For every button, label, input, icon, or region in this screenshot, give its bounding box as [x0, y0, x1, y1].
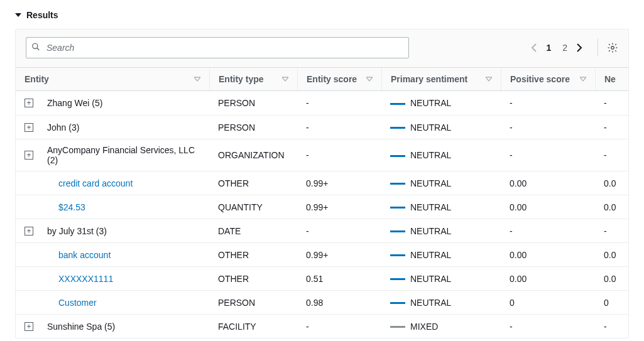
col-positive-label: Positive score — [510, 74, 570, 84]
cell-sentiment: NEUTRAL — [381, 197, 501, 218]
cell-score: - — [297, 117, 381, 138]
cell-sentiment: NEUTRAL — [381, 292, 501, 313]
cell-positive: - — [501, 316, 595, 337]
cell-type: OTHER — [209, 268, 297, 290]
search-wrap — [26, 37, 409, 58]
prev-page-button[interactable] — [531, 43, 537, 52]
sentiment-bar-icon — [390, 326, 405, 328]
table-row: $24.53QUANTITY0.99+NEUTRAL0.000.0 — [16, 195, 628, 219]
svg-point-0 — [33, 43, 38, 48]
col-entity[interactable]: Entity — [16, 68, 209, 90]
cell-sentiment: NEUTRAL — [381, 144, 501, 166]
expand-button[interactable]: + — [25, 99, 33, 107]
cell-entity: John (3) — [38, 117, 209, 138]
sentiment-bar-icon — [390, 127, 405, 129]
cell-negative: - — [595, 117, 625, 138]
col-score[interactable]: Entity score — [297, 68, 381, 90]
entity-link[interactable]: credit card account — [47, 178, 133, 188]
sentiment-text: MIXED — [410, 322, 438, 332]
toolbar: 1 2 — [16, 30, 628, 67]
table-row: credit card accountOTHER0.99+NEUTRAL0.00… — [16, 171, 628, 195]
expand-button[interactable]: + — [25, 322, 33, 331]
filter-icon — [366, 76, 373, 82]
cell-negative: 0.0 — [595, 268, 625, 290]
col-negative[interactable]: Ne — [595, 68, 625, 90]
table-row: +by July 31st (3)DATE-NEUTRAL-- — [16, 219, 628, 242]
cell-entity: $24.53 — [38, 197, 209, 218]
cell-type: PERSON — [209, 117, 297, 138]
entity-text: AnyCompany Financial Services, LLC (2) — [47, 145, 195, 165]
cell-positive: 0.00 — [501, 197, 595, 218]
svg-line-1 — [37, 48, 40, 50]
sentiment-text: NEUTRAL — [410, 250, 451, 260]
cell-sentiment: NEUTRAL — [381, 220, 501, 242]
entity-link[interactable]: $24.53 — [47, 202, 85, 212]
expand-button[interactable]: + — [25, 123, 33, 132]
pagination: 1 2 — [531, 41, 589, 54]
search-input[interactable] — [26, 37, 409, 58]
expand-cell: + — [16, 322, 38, 331]
filter-icon — [486, 76, 492, 82]
next-page-button[interactable] — [576, 43, 582, 52]
table-row: +John (3)PERSON-NEUTRAL-- — [16, 115, 628, 139]
sentiment-bar-icon — [390, 302, 405, 304]
expand-button[interactable]: + — [25, 151, 33, 160]
cell-entity: bank account — [38, 244, 209, 266]
page-1[interactable]: 1 — [543, 41, 554, 54]
sentiment-text: NEUTRAL — [410, 226, 451, 236]
results-header[interactable]: Results — [15, 10, 629, 20]
col-sentiment-label: Primary sentiment — [391, 74, 467, 84]
cell-entity: Zhang Wei (5) — [38, 92, 209, 114]
col-sentiment[interactable]: Primary sentiment — [381, 68, 501, 90]
cell-entity: by July 31st (3) — [38, 220, 209, 242]
cell-negative: 0 — [595, 292, 625, 313]
cell-sentiment: NEUTRAL — [381, 268, 501, 290]
entity-link[interactable]: bank account — [47, 250, 111, 260]
cell-entity: credit card account — [38, 173, 209, 194]
cell-score: 0.99+ — [297, 173, 381, 194]
cell-entity: Customer — [38, 292, 209, 313]
page-2[interactable]: 2 — [560, 41, 570, 54]
entity-link[interactable]: XXXXXX1111 — [47, 274, 113, 284]
cell-positive: 0 — [501, 292, 595, 313]
cell-negative: 0.0 — [595, 197, 625, 218]
col-type[interactable]: Entity type — [209, 68, 297, 90]
cell-entity: Sunshine Spa (5) — [38, 316, 209, 337]
table-row: +AnyCompany Financial Services, LLC (2)O… — [16, 139, 628, 171]
table-body: +Zhang Wei (5)PERSON-NEUTRAL--+John (3)P… — [16, 91, 628, 338]
sentiment-text: NEUTRAL — [410, 202, 451, 212]
gear-icon[interactable] — [607, 42, 618, 53]
cell-sentiment: MIXED — [381, 316, 501, 337]
cell-negative: - — [595, 316, 625, 337]
results-panel: 1 2 Entity Entity type — [15, 29, 629, 338]
cell-type: PERSON — [209, 92, 297, 114]
sentiment-bar-icon — [390, 254, 405, 256]
cell-score: 0.99+ — [297, 244, 381, 266]
cell-negative: - — [595, 144, 625, 166]
cell-score: - — [297, 144, 381, 166]
cell-negative: 0.0 — [595, 173, 625, 194]
expand-button[interactable]: + — [25, 227, 33, 235]
cell-entity: XXXXXX1111 — [38, 268, 209, 290]
expand-cell: + — [16, 123, 38, 132]
filter-icon — [194, 76, 200, 82]
cell-negative: - — [595, 92, 625, 114]
entity-text: Sunshine Spa (5) — [47, 322, 115, 332]
sentiment-bar-icon — [390, 207, 405, 208]
col-positive[interactable]: Positive score — [501, 68, 595, 90]
cell-positive: - — [501, 144, 595, 166]
table-row: CustomerPERSON0.98NEUTRAL00 — [16, 290, 628, 314]
col-score-label: Entity score — [307, 74, 357, 84]
cell-type: OTHER — [209, 244, 297, 266]
table-row: bank accountOTHER0.99+NEUTRAL0.000.0 — [16, 242, 628, 266]
sentiment-text: NEUTRAL — [410, 98, 451, 108]
cell-positive: - — [501, 220, 595, 242]
section-title: Results — [26, 10, 58, 20]
sentiment-bar-icon — [390, 155, 405, 157]
sentiment-bar-icon — [390, 278, 405, 280]
caret-down-icon — [15, 10, 21, 20]
cell-type: DATE — [209, 220, 297, 242]
entity-link[interactable]: Customer — [47, 298, 97, 308]
filter-icon — [580, 76, 586, 82]
col-negative-label: Ne — [604, 74, 616, 84]
